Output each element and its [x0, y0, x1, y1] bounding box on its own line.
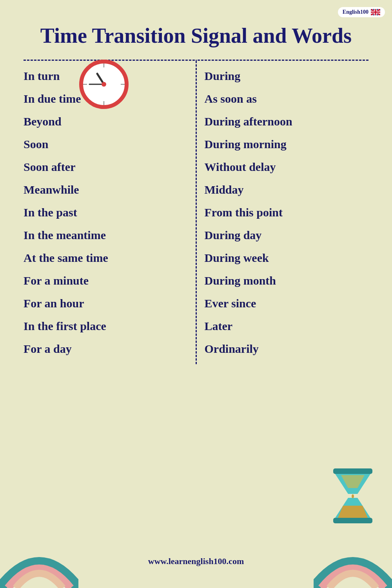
website-footer: www.learnenglish100.com	[148, 556, 244, 566]
svg-rect-21	[333, 468, 372, 474]
right-word-item: During day	[205, 224, 369, 247]
left-word-item: For an hour	[24, 292, 188, 315]
left-word-item: For a day	[24, 338, 188, 360]
svg-point-20	[102, 82, 106, 87]
clock-svg	[78, 59, 129, 110]
left-word-item: In the meantime	[24, 224, 188, 247]
svg-rect-12	[371, 12, 380, 13]
clock-illustration	[78, 59, 129, 110]
left-rainbow-svg	[0, 537, 78, 588]
right-column: DuringAs soon asDuring afternoonDuring m…	[196, 61, 377, 364]
left-word-item: At the same time	[24, 247, 188, 269]
left-rainbow	[0, 537, 78, 588]
brand-badge: English100	[338, 7, 385, 17]
title-section: Time Transition Signal and Words	[0, 0, 392, 56]
right-word-item: From this point	[205, 201, 369, 224]
right-word-item: During week	[205, 247, 369, 269]
right-word-item: Midday	[205, 178, 369, 201]
left-word-item: Meanwhile	[24, 178, 188, 201]
right-word-item: As soon as	[205, 87, 369, 110]
right-word-item: During morning	[205, 133, 369, 156]
hourglass-illustration	[329, 466, 376, 525]
left-word-item: Soon after	[24, 156, 188, 178]
hourglass-svg	[329, 466, 376, 525]
flag-icon	[371, 9, 380, 15]
right-word-item: Ordinarily	[205, 338, 369, 360]
svg-rect-22	[333, 518, 372, 523]
left-word-item: For a minute	[24, 269, 188, 292]
right-word-item: Later	[205, 315, 369, 338]
page-title: Time Transition Signal and Words	[16, 24, 376, 48]
left-word-item: In the past	[24, 201, 188, 224]
bottom-decoration: www.learnenglish100.com	[0, 537, 392, 588]
svg-point-23	[352, 494, 354, 498]
left-word-item: In the first place	[24, 315, 188, 338]
right-rainbow	[314, 537, 392, 588]
right-word-item: During	[205, 65, 369, 87]
right-word-item: Ever since	[205, 292, 369, 315]
left-word-item: Soon	[24, 133, 188, 156]
right-word-item: During month	[205, 269, 369, 292]
left-word-item: Beyond	[24, 110, 188, 133]
content-area: In turnIn due timeBeyondSoonSoon afterMe…	[16, 61, 376, 364]
right-word-item: During afternoon	[205, 110, 369, 133]
right-word-item: Without delay	[205, 156, 369, 178]
right-rainbow-svg	[314, 537, 392, 588]
brand-name: English100	[343, 9, 368, 15]
